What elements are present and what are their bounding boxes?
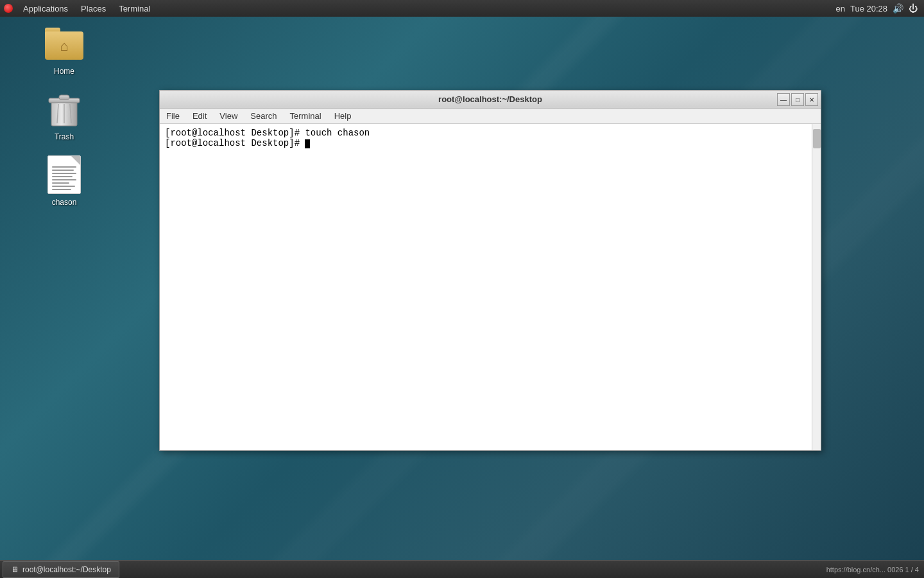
file-body (47, 155, 81, 194)
folder-icon: ⌂ (45, 28, 83, 60)
home-icon-label: Home (54, 67, 74, 76)
trash-icon-img (44, 89, 85, 130)
svg-rect-5 (59, 95, 69, 100)
terminal-menu-terminal[interactable]: Terminal (284, 109, 328, 124)
minimize-icon: — (780, 96, 787, 103)
terminal-menu-help[interactable]: Help (328, 109, 358, 124)
top-menubar: Applications Places Terminal en Tue 20:2… (0, 0, 924, 17)
desktop-icon-home[interactable]: ⌂ Home (38, 23, 90, 76)
terminal-menu-view[interactable]: View (213, 109, 244, 124)
folder-body: ⌂ (45, 31, 83, 60)
home-icon-img: ⌂ (44, 23, 85, 64)
file-line (52, 170, 74, 171)
red-dot-icon (4, 4, 13, 13)
chason-icon-img (44, 154, 85, 195)
menubar-terminal[interactable]: Terminal (112, 0, 157, 17)
terminal-scrollbar[interactable] (812, 124, 821, 450)
terminal-menubar: File Edit View Search Terminal Help (160, 109, 821, 124)
file-line (52, 189, 71, 190)
taskbar: 🖥 root@localhost:~/Desktop https://blog.… (0, 560, 924, 578)
maximize-button[interactable]: □ (791, 93, 804, 106)
terminal-window: root@localhost:~/Desktop — □ ✕ File Edit… (159, 90, 821, 451)
menubar-time: Tue 20:28 (850, 4, 887, 13)
taskbar-right-text: https://blog.cn/ch... 0026 1 / 4 (826, 566, 919, 574)
desktop-icons: ⌂ Home (38, 23, 90, 207)
cursor (305, 139, 310, 148)
os-logo[interactable] (0, 0, 17, 17)
file-line (52, 166, 76, 168)
terminal-menu-file[interactable]: File (160, 109, 186, 124)
terminal-scrollbar-thumb (813, 129, 821, 148)
terminal-titlebar: root@localhost:~/Desktop — □ ✕ (160, 91, 821, 109)
desktop-icon-trash[interactable]: Trash (38, 89, 90, 141)
desktop-icon-chason[interactable]: chason (38, 154, 90, 207)
taskbar-item-label: root@localhost:~/Desktop (22, 565, 111, 574)
file-line (52, 186, 75, 187)
terminal-controls: — □ ✕ (777, 93, 818, 106)
file-line (52, 176, 73, 177)
taskbar-right: https://blog.cn/ch... 0026 1 / 4 (826, 566, 924, 574)
terminal-menu-search[interactable]: Search (244, 109, 283, 124)
menubar-volume[interactable]: 🔊 (893, 3, 903, 13)
home-symbol: ⌂ (60, 38, 68, 55)
speaker-icon: 🔊 (893, 3, 903, 13)
file-icon (47, 155, 81, 194)
minimize-button[interactable]: — (777, 93, 790, 106)
chason-icon-label: chason (52, 198, 77, 207)
menubar-right: en Tue 20:28 🔊 ⏻ (835, 3, 924, 13)
file-line (52, 179, 76, 180)
file-corner (71, 156, 80, 165)
close-icon: ✕ (809, 96, 814, 103)
trash-icon-label: Trash (55, 132, 74, 141)
lang-label: en (835, 4, 844, 13)
close-button[interactable]: ✕ (805, 93, 818, 106)
power-icon: ⏻ (909, 3, 918, 13)
terminal-menu-edit[interactable]: Edit (186, 109, 213, 124)
menubar-lang[interactable]: en (835, 4, 844, 13)
file-line (52, 182, 69, 184)
menubar-applications[interactable]: Applications (17, 0, 74, 17)
menubar-places[interactable]: Places (74, 0, 112, 17)
time-display: Tue 20:28 (850, 4, 887, 13)
menubar-power[interactable]: ⏻ (909, 3, 918, 13)
desktop: Applications Places Terminal en Tue 20:2… (0, 0, 924, 578)
file-lines (52, 166, 76, 192)
terminal-line-2: [root@localhost Desktop]# (165, 138, 816, 148)
taskbar-item-icon: 🖥 (11, 565, 19, 574)
terminal-content[interactable]: [root@localhost Desktop]# touch chason [… (160, 124, 821, 450)
menubar-left: Applications Places Terminal (0, 0, 157, 17)
taskbar-terminal-item[interactable]: 🖥 root@localhost:~/Desktop (3, 561, 119, 578)
trash-icon (47, 90, 81, 128)
terminal-title: root@localhost:~/Desktop (438, 94, 542, 104)
file-line (52, 173, 76, 174)
maximize-icon: □ (796, 96, 800, 103)
terminal-line-1: [root@localhost Desktop]# touch chason (165, 128, 816, 138)
